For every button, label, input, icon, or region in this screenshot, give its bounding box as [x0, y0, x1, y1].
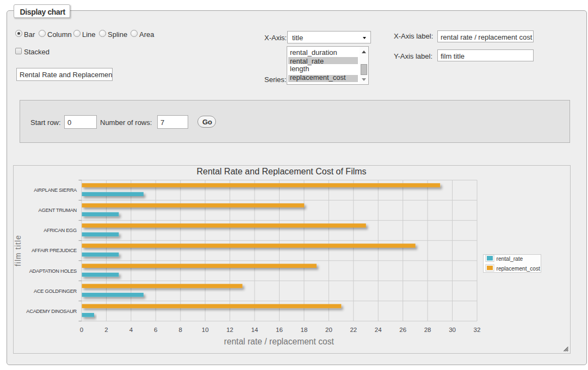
svg-text:8: 8	[179, 327, 182, 333]
svg-text:10: 10	[202, 327, 209, 333]
svg-text:6: 6	[154, 327, 157, 333]
svg-text:4: 4	[129, 327, 133, 333]
svg-text:AFFAIR PREJUDICE: AFFAIR PREJUDICE	[32, 248, 77, 253]
svg-text:28: 28	[424, 327, 431, 333]
svg-text:18: 18	[301, 327, 308, 333]
svg-text:16: 16	[276, 327, 283, 333]
svg-text:film title: film title	[14, 235, 23, 266]
svg-text:32: 32	[474, 327, 481, 333]
svg-text:12: 12	[226, 327, 233, 333]
svg-text:2: 2	[104, 327, 108, 333]
svg-text:14: 14	[251, 327, 258, 333]
svg-text:ACADEMY DINOSAUR: ACADEMY DINOSAUR	[26, 309, 77, 314]
svg-text:ADAPTATION HOLES: ADAPTATION HOLES	[29, 268, 77, 274]
svg-text:replacement_cost: replacement_cost	[497, 266, 541, 272]
svg-text:AGENT TRUMAN: AGENT TRUMAN	[39, 208, 77, 213]
svg-text:rental_rate: rental_rate	[497, 256, 523, 262]
svg-text:AIRPLANE SIERRA: AIRPLANE SIERRA	[34, 187, 77, 193]
svg-text:rental rate / replacement cost: rental rate / replacement cost	[224, 337, 335, 346]
svg-text:0: 0	[80, 327, 83, 333]
svg-text:Rental Rate and Replacement Co: Rental Rate and Replacement Cost of Film…	[196, 167, 366, 176]
svg-text:26: 26	[399, 327, 406, 333]
svg-text:22: 22	[350, 327, 357, 333]
svg-text:AFRICAN EGG: AFRICAN EGG	[44, 228, 77, 233]
svg-text:30: 30	[449, 327, 456, 333]
svg-text:24: 24	[375, 327, 382, 333]
svg-text:20: 20	[325, 327, 332, 333]
svg-text:ACE GOLDFINGER: ACE GOLDFINGER	[34, 289, 77, 294]
